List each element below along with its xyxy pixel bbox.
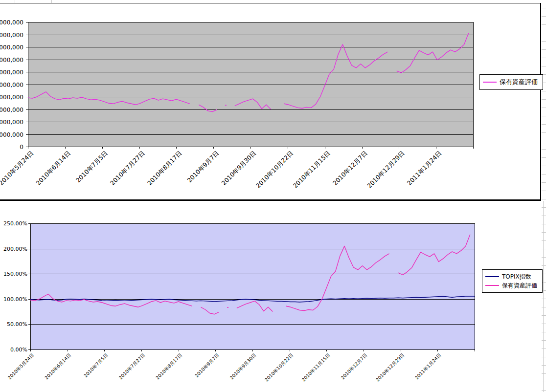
x-tick-label: 2011年1月24日 — [406, 150, 443, 187]
legend-line-sample-navy — [485, 276, 499, 277]
x-tick-label: 2010年9月30日 — [229, 352, 257, 381]
y-tick-label: 6,000,000 — [0, 107, 23, 113]
legend-entry: 保有資産評価 — [485, 282, 539, 289]
y-tick-label: 50.00% — [7, 321, 27, 327]
legend-entry: TOPIX指数 — [485, 273, 539, 280]
y-tick-label: 250.00% — [3, 220, 27, 227]
y-tick-label: 20,000,000 — [0, 19, 23, 26]
y-tick-label: 200.00% — [3, 246, 27, 252]
x-tick-label: 2010年9月7日 — [185, 150, 220, 184]
y-tick-label: 14,000,000 — [0, 57, 23, 64]
y-tick-label: 8,000,000 — [0, 94, 23, 101]
x-tick-label: 2011年1月24日 — [414, 352, 442, 381]
x-tick-label: 2010年11月15日 — [292, 150, 332, 190]
x-tick-label: 2010年12月7日 — [340, 352, 368, 381]
x-tick-label: 2010年10月22日 — [254, 150, 295, 190]
chart-frame-top-border — [0, 3, 541, 3]
x-tick-label: 2010年7月5日 — [83, 352, 109, 379]
x-tick-label: 2010年7月5日 — [74, 150, 109, 184]
legend-label: 保有資産評価 — [500, 78, 538, 86]
y-tick-label: 12,000,000 — [0, 69, 23, 76]
x-tick-label: 2010年12月29日 — [365, 150, 406, 190]
x-tick-label: 2010年8月17日 — [155, 352, 183, 381]
x-tick-label: 2010年9月7日 — [194, 352, 220, 379]
legend-label: 保有資産評価 — [502, 282, 537, 289]
y-tick-label: 10,000,000 — [0, 82, 23, 88]
x-tick-label: 2010年7月27日 — [118, 352, 146, 381]
plot-area — [31, 224, 475, 350]
legend-line-sample-pink — [485, 285, 499, 286]
chart-frame-divider-border — [0, 199, 541, 201]
y-tick-label: 4,000,000 — [0, 119, 23, 126]
worksheet: 20,000,00018,000,00016,000,00014,000,000… — [0, 0, 546, 392]
x-tick-label: 2010年5月24日 — [0, 150, 35, 187]
y-tick-label: 2,000,000 — [0, 131, 23, 138]
x-tick-label: 2010年5月24日 — [7, 352, 35, 381]
x-tick-label: 2010年9月30日 — [220, 150, 257, 187]
legend-asset-value-chart[interactable]: 保有資産評価 — [479, 74, 543, 90]
legend-entry: 保有資産評価 — [483, 78, 540, 86]
x-tick-label: 2010年8月17日 — [146, 150, 183, 187]
x-tick-label: 2010年10月22日 — [264, 352, 294, 383]
y-tick-label: 150.00% — [3, 271, 27, 277]
x-tick-label: 2010年6月14日 — [44, 352, 72, 381]
y-tick-label: 18,000,000 — [0, 32, 23, 39]
asset-value-chart: 20,000,00018,000,00016,000,00014,000,000… — [0, 19, 474, 190]
x-tick-label: 2010年6月14日 — [34, 150, 71, 187]
legend-label: TOPIX指数 — [502, 273, 531, 280]
y-tick-label: 16,000,000 — [0, 44, 23, 51]
x-tick-label: 2010年12月7日 — [331, 150, 368, 187]
performance-chart: 250.00%200.00%150.00%100.00%50.00%0.00%2… — [3, 220, 475, 382]
x-tick-label: 2010年12月29日 — [375, 352, 405, 383]
legend-performance-chart[interactable]: TOPIX指数 保有資産評価 — [482, 269, 543, 293]
chart-frame-right-border — [540, 3, 541, 200]
x-tick-label: 2010年7月27日 — [109, 150, 146, 187]
y-tick-label: 0 — [20, 144, 23, 151]
legend-line-sample-magenta — [483, 82, 497, 83]
y-tick-label: 0.00% — [10, 347, 27, 353]
y-tick-label: 100.00% — [3, 296, 27, 303]
x-tick-label: 2010年11月15日 — [301, 352, 331, 383]
charts-canvas[interactable]: 20,000,00018,000,00016,000,00014,000,000… — [0, 0, 546, 392]
